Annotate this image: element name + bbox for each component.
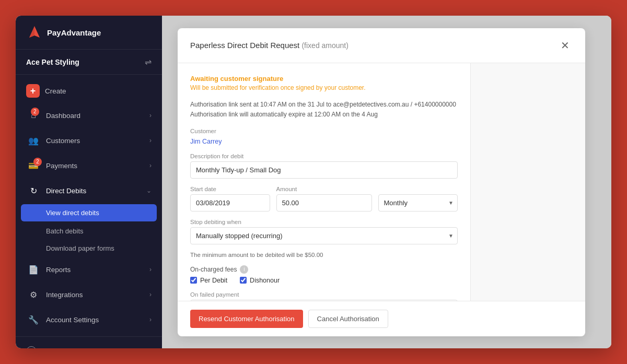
sidebar-item-help-label: Help — [42, 348, 152, 349]
start-date-label: Start date — [190, 186, 270, 192]
sidebar-item-dashboard[interactable]: ⌂ 2 Dashboard › — [16, 103, 162, 128]
sidebar-item-reports[interactable]: 📄 Reports › — [16, 257, 162, 282]
modal-footer: Resend Customer Authorisation Cancel Aut… — [178, 301, 585, 336]
amount-label: Amount — [276, 186, 372, 192]
auth-info: Authorisation link sent at 10:47 AM on t… — [190, 100, 458, 120]
create-plus-icon: + — [26, 84, 40, 98]
payments-icon: 💳 2 — [26, 158, 41, 173]
sidebar-subitem-view-direct-debits[interactable]: View direct debits — [21, 204, 157, 221]
sidebar-item-create[interactable]: + Create — [16, 79, 162, 103]
frequency-select-wrapper: Monthly Weekly Fortnightly Quarterly Ann… — [378, 194, 458, 212]
stop-debit-select[interactable]: Manually stopped (recurring) After numbe… — [190, 227, 458, 244]
logo-text: PayAdvantage — [47, 28, 101, 37]
sidebar-item-payments[interactable]: 💳 2 Payments › — [16, 153, 162, 178]
modal-body: Awaiting customer signature Will be subm… — [178, 63, 585, 301]
sidebar-item-payments-label: Payments — [46, 162, 149, 170]
fee-per-debit-label: Per Debit — [200, 277, 227, 284]
modal-overlay: Paperless Direct Debit Request (fixed am… — [162, 16, 611, 348]
account-settings-chevron-icon: › — [149, 316, 152, 323]
download-paper-label: Download paper forms — [46, 244, 114, 252]
modal-header: Paperless Direct Debit Request (fixed am… — [178, 28, 585, 63]
sidebar-footer: ? Help 👤 Ryan Mussio › — [16, 336, 162, 348]
modal-right-panel — [470, 63, 585, 301]
sidebar-item-help[interactable]: ? Help — [16, 341, 162, 348]
fees-checkbox-row: Per Debit Dishonour — [190, 277, 458, 284]
modal: Paperless Direct Debit Request (fixed am… — [178, 28, 585, 336]
on-failed-select-wrapper: Add to Next Payment Retry Do nothing ▼ — [190, 300, 458, 301]
start-date-group: Start date — [190, 186, 270, 212]
customers-chevron-icon: › — [149, 137, 152, 144]
help-icon: ? — [26, 346, 37, 348]
resend-authorisation-button[interactable]: Resend Customer Authorisation — [190, 310, 303, 328]
customers-icon: 👥 — [26, 133, 41, 148]
fee-dishonour-item[interactable]: Dishonour — [240, 277, 280, 284]
sidebar-header: PayAdvantage — [16, 16, 162, 50]
modal-form: Awaiting customer signature Will be subm… — [178, 63, 470, 301]
fee-per-debit-checkbox[interactable] — [190, 277, 197, 284]
stop-debit-group: Stop debiting when Manually stopped (rec… — [190, 219, 458, 244]
status-banner: Awaiting customer signature Will be subm… — [190, 75, 458, 91]
on-failed-section: On failed payment Add to Next Payment Re… — [190, 291, 458, 301]
sidebar-item-direct-debits-label: Direct Debits — [46, 187, 146, 195]
fees-section: On-charged fees i Per Debit D — [190, 265, 458, 284]
sidebar-item-account-settings[interactable]: 🔧 Account Settings › — [16, 307, 162, 332]
payments-badge: 2 — [33, 158, 42, 166]
sidebar-item-customers-label: Customers — [46, 137, 149, 145]
reports-chevron-icon: › — [149, 266, 152, 273]
main-nav: + Create ⌂ 2 Dashboard › 👥 Customers › — [16, 75, 162, 336]
cancel-authorisation-button[interactable]: Cancel Authorisation — [308, 310, 388, 328]
fee-dishonour-label: Dishonour — [250, 277, 280, 284]
sidebar-item-direct-debits[interactable]: ↻ Direct Debits ⌄ — [16, 178, 162, 203]
stop-debit-select-wrapper: Manually stopped (recurring) After numbe… — [190, 227, 458, 244]
integrations-icon: ⚙ — [26, 287, 41, 302]
on-failed-select[interactable]: Add to Next Payment Retry Do nothing — [190, 300, 458, 301]
svg-marker-1 — [29, 26, 34, 38]
customer-label: Customer — [190, 128, 458, 134]
batch-debits-label: Batch debits — [46, 227, 84, 235]
payments-chevron-icon: › — [149, 162, 152, 169]
view-direct-debits-label: View direct debits — [46, 209, 99, 217]
dashboard-chevron-icon: › — [149, 112, 152, 119]
date-amount-row: Start date Amount — [190, 186, 458, 219]
modal-close-button[interactable]: ✕ — [557, 38, 573, 53]
stop-debit-label: Stop debiting when — [190, 219, 458, 225]
fees-header: On-charged fees i — [190, 265, 458, 274]
modal-title-subtitle: (fixed amount) — [301, 41, 348, 50]
description-input[interactable] — [190, 161, 458, 179]
min-amount-text: The minimum amount to be debited will be… — [190, 252, 458, 258]
customer-name-link[interactable]: Jim Carrey — [190, 138, 222, 145]
sidebar-item-dashboard-label: Dashboard — [46, 112, 149, 120]
fee-dishonour-checkbox[interactable] — [240, 277, 247, 284]
frequency-select[interactable]: Monthly Weekly Fortnightly Quarterly Ann… — [378, 194, 458, 212]
business-name: Ace Pet Styling — [26, 58, 79, 66]
sidebar-item-account-settings-label: Account Settings — [46, 316, 149, 324]
sidebar-item-reports-label: Reports — [46, 266, 149, 274]
sidebar-item-create-label: Create — [45, 87, 152, 95]
amount-input[interactable] — [276, 194, 372, 212]
dashboard-icon: ⌂ 2 — [26, 108, 41, 123]
fee-per-debit-item[interactable]: Per Debit — [190, 277, 227, 284]
description-label: Description for debit — [190, 153, 458, 159]
sidebar-subitem-batch-debits[interactable]: Batch debits — [16, 222, 162, 240]
main-content: Paperless Direct Debit Request (fixed am… — [162, 16, 611, 348]
status-title: Awaiting customer signature — [190, 75, 458, 83]
direct-debits-chevron-icon: ⌄ — [146, 187, 152, 194]
start-date-input[interactable] — [190, 194, 270, 212]
sidebar-item-customers[interactable]: 👥 Customers › — [16, 128, 162, 153]
swap-icon[interactable]: ⇌ — [145, 57, 152, 67]
description-group: Description for debit — [190, 153, 458, 179]
reports-icon: 📄 — [26, 262, 41, 277]
direct-debits-icon: ↻ — [26, 183, 41, 198]
fees-label: On-charged fees — [190, 266, 237, 273]
logo-icon — [26, 24, 43, 41]
status-subtitle: Will be submitted for verification once … — [190, 84, 458, 91]
frequency-group: Monthly Weekly Fortnightly Quarterly Ann… — [378, 186, 458, 212]
integrations-chevron-icon: › — [149, 291, 152, 298]
sidebar-subitem-download-paper[interactable]: Download paper forms — [16, 240, 162, 257]
frequency-label — [378, 186, 458, 192]
auth-info-line2: Authorisation link will automatically ex… — [190, 111, 378, 118]
fees-info-icon[interactable]: i — [240, 265, 248, 274]
sidebar-item-integrations[interactable]: ⚙ Integrations › — [16, 282, 162, 307]
account-settings-icon: 🔧 — [26, 312, 41, 327]
sidebar: PayAdvantage Ace Pet Styling ⇌ + Create … — [16, 16, 162, 348]
